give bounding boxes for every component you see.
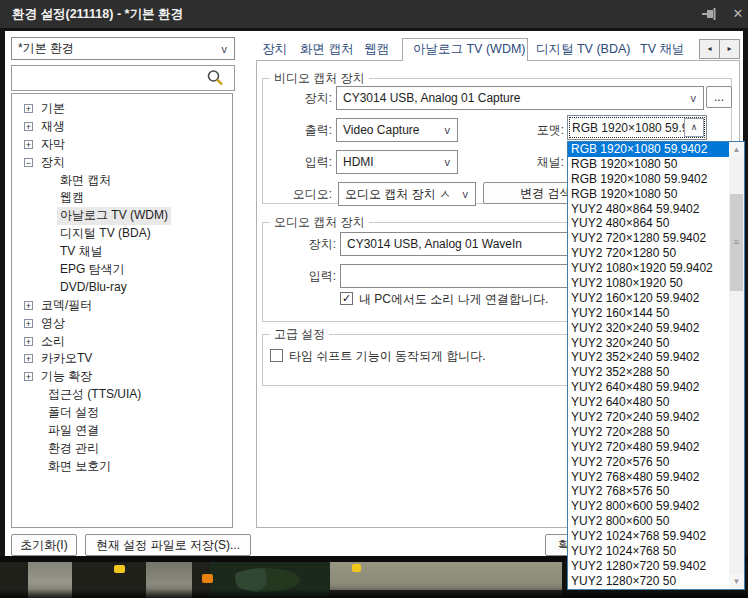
input-select[interactable]: HDMI v <box>336 150 458 174</box>
tree-item-label: 디지털 TV (BDA) <box>60 225 151 243</box>
tree-item-13[interactable]: +소리 <box>12 333 232 351</box>
format-option-29[interactable]: YUY2 1280×720 50 <box>568 574 731 589</box>
tree-item-10[interactable]: DVD/Blu-ray <box>12 279 232 297</box>
tree-item-2[interactable]: +자막 <box>12 136 232 154</box>
format-option-20[interactable]: YUY2 720×480 59.9402 <box>568 440 731 455</box>
tree-item-6[interactable]: 아날로그 TV (WDM) <box>12 207 232 225</box>
tab-0[interactable]: 장치 <box>262 38 287 60</box>
expand-icon[interactable]: + <box>24 319 33 328</box>
tab-4[interactable]: 디지털 TV (BDA) <box>536 38 630 60</box>
scroll-up-icon[interactable]: ▲ <box>729 142 744 157</box>
tab-5[interactable]: TV 채널 <box>640 38 684 60</box>
format-option-25[interactable]: YUY2 800×600 50 <box>568 514 731 529</box>
tree-item-11[interactable]: +코덱/필터 <box>12 297 232 315</box>
tree-item-14[interactable]: +카카오TV <box>12 350 232 368</box>
tab-scroll-buttons: ◂ ▸ <box>699 39 741 59</box>
timeshift-checkbox-label: 타임 쉬프트 기능이 동작되게 합니다. <box>289 348 486 364</box>
save-button[interactable]: 현재 설정 파일로 저장(S)... <box>85 534 251 556</box>
expand-icon[interactable]: + <box>24 372 33 381</box>
format-option-12[interactable]: YUY2 320×240 59.9402 <box>568 321 731 336</box>
format-option-15[interactable]: YUY2 352×288 50 <box>568 365 731 380</box>
device-select[interactable]: CY3014 USB, Analog 01 Capture v <box>336 86 704 110</box>
reset-button[interactable]: 초기화(I) <box>11 534 77 556</box>
scroll-down-icon[interactable]: ▼ <box>729 574 744 589</box>
format-option-22[interactable]: YUY2 768×480 59.9402 <box>568 470 731 485</box>
yellow-light <box>352 564 361 572</box>
tree-item-5[interactable]: 웹캠 <box>12 189 232 207</box>
format-option-7[interactable]: YUY2 720×1280 50 <box>568 246 731 261</box>
listen-checkbox[interactable]: ✓ <box>340 292 353 305</box>
format-option-21[interactable]: YUY2 720×576 50 <box>568 455 731 470</box>
format-combobox[interactable]: RGB 1920×1080 59.9402 ∧ <box>567 115 707 140</box>
tree-item-18[interactable]: 파일 연결 <box>12 422 232 440</box>
collapse-icon[interactable]: − <box>24 158 33 167</box>
scroll-thumb[interactable]: ≡ <box>730 194 743 291</box>
close-icon[interactable]: ✕ <box>729 0 747 28</box>
format-option-5[interactable]: YUY2 480×864 50 <box>568 216 731 231</box>
format-option-0[interactable]: RGB 1920×1080 59.9402 <box>568 142 731 157</box>
format-option-18[interactable]: YUY2 720×240 59.9402 <box>568 410 731 425</box>
format-option-9[interactable]: YUY2 1080×1920 50 <box>568 276 731 291</box>
chevron-up-icon[interactable]: ∧ <box>684 118 704 137</box>
tree-item-label: 영상 <box>41 315 65 333</box>
tree-item-3[interactable]: −장치 <box>12 154 232 172</box>
format-option-8[interactable]: YUY2 1080×1920 59.9402 <box>568 261 731 276</box>
device-more-button[interactable]: ... <box>706 86 732 108</box>
tree-item-17[interactable]: 폴더 설정 <box>12 404 232 422</box>
pin-icon[interactable] <box>701 7 719 21</box>
tree-item-1[interactable]: +재생 <box>12 118 232 136</box>
tab-scroll-left-icon[interactable]: ◂ <box>699 39 720 59</box>
tree-item-7[interactable]: 디지털 TV (BDA) <box>12 225 232 243</box>
tab-1[interactable]: 화면 캡처 <box>300 38 353 60</box>
format-option-11[interactable]: YUY2 160×144 50 <box>568 306 731 321</box>
input-label: 입력: <box>260 154 332 170</box>
window-title: 환경 설정(211118) - *기본 환경 <box>12 0 183 28</box>
format-option-26[interactable]: YUY2 1024×768 59.9402 <box>568 529 731 544</box>
output-select[interactable]: Video Capture v <box>336 118 458 142</box>
tree-item-label: 접근성 (TTS/UIA) <box>48 386 141 404</box>
expand-icon[interactable]: + <box>24 354 33 363</box>
profile-select[interactable]: *기본 환경 v <box>11 37 235 60</box>
tree-item-0[interactable]: +기본 <box>12 100 232 118</box>
expand-icon[interactable]: + <box>24 301 33 310</box>
search-icon[interactable] <box>206 69 224 87</box>
tree-item-label: EPG 탐색기 <box>60 261 125 279</box>
format-option-3[interactable]: RGB 1920×1080 50 <box>568 187 731 202</box>
tree-item-9[interactable]: EPG 탐색기 <box>12 261 232 279</box>
tree-item-15[interactable]: +기능 확장 <box>12 368 232 386</box>
format-option-17[interactable]: YUY2 640×480 50 <box>568 395 731 410</box>
tab-scroll-right-icon[interactable]: ▸ <box>719 39 740 59</box>
audio-input-label: 입력: <box>264 268 336 284</box>
search-input[interactable] <box>11 65 235 91</box>
timeshift-checkbox[interactable] <box>270 349 283 362</box>
format-option-19[interactable]: YUY2 720×288 50 <box>568 425 731 440</box>
profile-value: *기본 환경 <box>12 40 220 57</box>
tree-item-4[interactable]: 화면 캡처 <box>12 172 232 190</box>
format-option-13[interactable]: YUY2 320×240 50 <box>568 336 731 351</box>
format-option-23[interactable]: YUY2 768×576 50 <box>568 484 731 499</box>
audio-source-select[interactable]: 오디오 캡처 장치 ㅅ v <box>338 182 476 206</box>
format-option-10[interactable]: YUY2 160×120 59.9402 <box>568 291 731 306</box>
expand-icon[interactable]: + <box>24 337 33 346</box>
tab-3[interactable]: 아날로그 TV (WDM) <box>402 38 528 61</box>
tree-item-16[interactable]: 접근성 (TTS/UIA) <box>12 386 232 404</box>
format-option-27[interactable]: YUY2 1024×768 50 <box>568 544 731 559</box>
format-option-6[interactable]: YUY2 720×1280 59.9402 <box>568 231 731 246</box>
chevron-down-icon: v <box>443 156 458 168</box>
dropdown-scrollbar[interactable]: ▲ ≡ ▼ <box>729 142 744 589</box>
expand-icon[interactable]: + <box>24 104 33 113</box>
tree-item-20[interactable]: 화면 보호기 <box>12 458 232 476</box>
format-option-1[interactable]: RGB 1920×1080 50 <box>568 157 731 172</box>
expand-icon[interactable]: + <box>24 140 33 149</box>
format-option-14[interactable]: YUY2 352×240 59.9402 <box>568 350 731 365</box>
format-option-2[interactable]: RGB 1920×1080 59.9402 <box>568 172 731 187</box>
tree-item-19[interactable]: 환경 관리 <box>12 440 232 458</box>
format-option-16[interactable]: YUY2 640×480 59.9402 <box>568 380 731 395</box>
format-option-24[interactable]: YUY2 800×600 59.9402 <box>568 499 731 514</box>
format-option-28[interactable]: YUY2 1280×720 59.9402 <box>568 559 731 574</box>
expand-icon[interactable]: + <box>24 122 33 131</box>
format-option-4[interactable]: YUY2 480×864 59.9402 <box>568 202 731 217</box>
tab-2[interactable]: 웹캠 <box>364 38 389 60</box>
tree-item-12[interactable]: +영상 <box>12 315 232 333</box>
tree-item-8[interactable]: TV 채널 <box>12 243 232 261</box>
